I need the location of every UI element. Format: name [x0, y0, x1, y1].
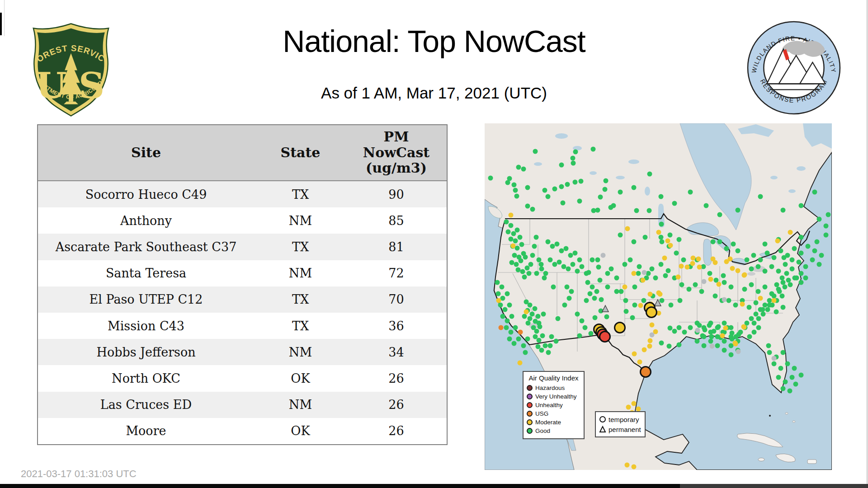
station-dot	[663, 273, 668, 278]
station-dot	[573, 251, 578, 256]
bottom-bar-dark	[0, 484, 680, 488]
station-dot	[512, 183, 517, 188]
station-dot	[513, 325, 518, 330]
station-dot	[590, 258, 595, 263]
station-dot	[565, 285, 570, 290]
station-dot	[516, 165, 521, 170]
page-subtitle: As of 1 AM, Mar 17, 2021 (UTC)	[0, 84, 868, 102]
station-dot	[647, 344, 652, 349]
station-dot	[730, 266, 735, 271]
station-dot	[736, 349, 741, 354]
station-dot	[778, 249, 783, 253]
station-dot	[542, 188, 547, 193]
station-dot	[812, 249, 817, 253]
station-dot	[549, 334, 554, 339]
station-dot	[642, 270, 647, 275]
station-dot	[656, 291, 661, 296]
station-dot	[788, 282, 793, 287]
table-row: North OKCOK26	[38, 365, 447, 391]
page-title: National: Top NowCast	[0, 23, 868, 59]
station-dot	[792, 366, 797, 371]
station-dot	[703, 328, 708, 333]
station-dot	[783, 380, 788, 385]
station-dot	[539, 348, 544, 353]
station-dot	[528, 303, 533, 308]
station-dot	[772, 294, 777, 299]
station-dot	[695, 339, 700, 344]
station-dot	[534, 235, 539, 240]
station-dot	[573, 180, 578, 185]
value-cell: 26	[347, 371, 446, 385]
col-header-pm: PM NowCast (ug/m3)	[347, 129, 446, 176]
station-dot	[688, 190, 693, 195]
station-dot	[571, 161, 576, 166]
station-dot	[799, 280, 804, 285]
station-dot	[758, 307, 763, 312]
station-dot	[496, 291, 501, 296]
site-cell: Ascarate Park Southeast C37	[38, 240, 254, 254]
station-dot	[590, 285, 595, 290]
station-dot	[648, 338, 653, 343]
station-dot	[733, 341, 738, 346]
station-dot	[782, 255, 787, 260]
station-dot	[815, 239, 820, 244]
station-dot	[499, 325, 504, 330]
station-dot	[559, 249, 564, 253]
station-dot	[733, 303, 738, 308]
station-dot	[623, 298, 628, 303]
station-dot	[659, 222, 664, 227]
station-dot	[625, 463, 630, 468]
station-dot	[780, 276, 785, 281]
station-dot	[817, 262, 822, 267]
station-dot	[527, 271, 532, 276]
station-dot	[584, 298, 589, 303]
station-dot	[642, 347, 647, 352]
station-dot	[736, 332, 741, 337]
temporary-circle-icon	[599, 416, 606, 423]
station-dot	[514, 262, 519, 267]
station-dot	[682, 330, 687, 335]
station-dot	[691, 256, 696, 261]
station-dot	[605, 285, 610, 290]
station-dot	[713, 294, 718, 299]
station-dot	[539, 267, 544, 272]
station-dot	[632, 271, 637, 276]
aqi-legend-item: Hazardous	[527, 384, 580, 392]
state-cell: TX	[254, 319, 347, 333]
value-cell: 72	[347, 266, 446, 280]
station-dot	[780, 294, 785, 299]
value-cell: 70	[347, 292, 446, 306]
station-dot	[677, 325, 682, 330]
aqi-legend-label: Moderate	[535, 419, 561, 426]
state-cell: TX	[254, 292, 347, 306]
station-dot	[711, 239, 716, 244]
station-dot	[505, 291, 510, 296]
station-dot	[672, 329, 677, 334]
station-dot	[776, 375, 781, 380]
station-dot	[650, 333, 655, 338]
station-dot	[539, 262, 544, 267]
station-dot	[783, 262, 788, 267]
temporary-label: temporary	[609, 416, 639, 423]
station-dot	[785, 361, 790, 366]
station-dot	[726, 298, 731, 303]
station-dot	[824, 224, 829, 229]
state-cell: OK	[254, 371, 347, 385]
aqi-color-swatch	[527, 394, 533, 399]
value-cell: 36	[347, 319, 446, 333]
station-dot	[528, 262, 533, 267]
station-dot	[668, 243, 673, 248]
station-dot	[765, 307, 770, 312]
station-dot	[618, 190, 623, 195]
station-dot	[672, 201, 677, 206]
permanent-label: permanent	[609, 426, 641, 433]
station-dot	[709, 334, 714, 339]
station-dot	[772, 298, 777, 303]
station-dot	[678, 298, 683, 303]
station-dot	[636, 407, 641, 412]
station-dot	[604, 178, 609, 183]
station-dot	[556, 316, 561, 321]
station-dot	[774, 282, 779, 287]
station-dot	[530, 312, 535, 317]
station-dot	[543, 271, 548, 276]
